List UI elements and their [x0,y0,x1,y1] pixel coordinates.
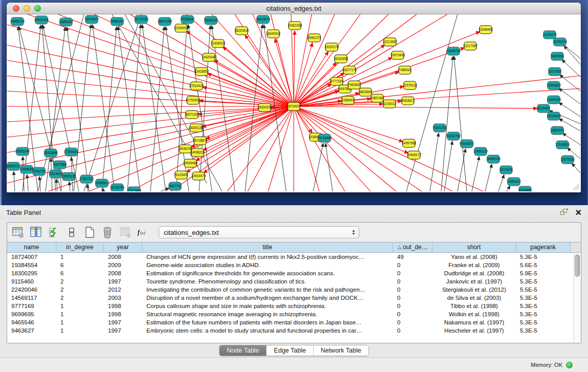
table-row[interactable]: 969969511998Structural magnetic resonanc… [7,310,581,318]
graph-node[interactable]: 12217987 [463,42,478,50]
graph-node[interactable]: 18261130 [189,124,203,132]
graph-node[interactable]: 16162658 [334,55,349,63]
column-header-pagerank[interactable]: pagerank [516,243,571,252]
function-builder-icon[interactable]: f(x) [137,226,150,239]
graph-node[interactable]: 15716485 [317,134,332,142]
graph-node[interactable]: 10654112 [507,178,521,186]
graph-node[interactable]: 10995817 [95,179,110,187]
graph-node[interactable]: 12942757 [32,167,47,176]
table-row[interactable]: 946554611997Estimation of the future num… [7,318,581,326]
table-scrollbar-thumb[interactable] [575,254,580,277]
column-header-title[interactable]: title [142,243,393,252]
graph-node[interactable]: 9397588 [54,161,67,169]
column-header-short[interactable]: short [432,243,516,252]
graph-node[interactable]: 14914479 [191,172,206,180]
graph-node[interactable]: 15751074 [553,38,568,46]
float-panel-icon[interactable] [560,209,568,216]
new-column-icon[interactable] [83,226,96,239]
graph-node[interactable]: 20553146 [15,147,30,156]
graph-node[interactable]: 9245652 [519,186,532,191]
table-row[interactable]: 946362711997Embryonic stem cells: a mode… [7,326,581,335]
graph-node[interactable]: 16099489 [183,159,198,167]
table-row[interactable]: 1456911722003Disruption of a novel membe… [7,294,581,302]
graph-node[interactable]: 27514410 [189,82,204,90]
graph-node[interactable]: 11675330 [560,156,575,164]
row-mode-icon[interactable] [65,226,78,239]
column-header-indegree[interactable]: in_degree [56,243,104,252]
select-columns-icon[interactable] [47,226,60,239]
graph-node[interactable]: 8215953 [537,104,550,113]
graph-node[interactable]: 11568690 [19,165,34,173]
graph-node[interactable]: 15377170 [342,66,357,74]
graph-node[interactable]: 12975115 [403,81,417,90]
graph-node[interactable]: 9471676 [500,166,513,174]
show-column-icon[interactable] [29,226,42,239]
graph-node[interactable]: 20691406 [34,16,49,24]
graph-node[interactable]: 13892971 [550,126,565,135]
graph-node[interactable]: 2336441 [342,96,355,104]
graph-node[interactable]: 13505135 [61,172,76,181]
graph-node[interactable]: 18350510 [7,162,20,170]
graph-node[interactable]: 13220178 [324,43,339,51]
tab-node-table[interactable]: Node Table [220,345,267,356]
graph-node[interactable]: 17016504 [555,141,570,149]
network-window-titlebar[interactable]: citations_edges.txt [7,3,581,14]
table-selector-dropdown[interactable]: citations_edges.txt [159,226,359,238]
network-canvas-svg[interactable]: 1872400722408318144200401341855727514410… [7,14,581,191]
graph-node[interactable]: 6216012 [383,100,396,108]
graph-node[interactable]: 12093822 [547,81,561,90]
graph-node[interactable]: 10653287 [59,18,74,26]
graph-node[interactable]: 15276007 [84,15,99,24]
tab-network-table[interactable]: Network Table [314,345,368,356]
graph-node[interactable]: 13418557 [194,68,209,76]
table-scrollbar[interactable] [573,253,581,343]
graph-node[interactable]: 16961271 [307,34,322,42]
column-header-name[interactable]: name [7,243,56,252]
graph-node[interactable]: 7485063 [399,66,411,74]
table-row[interactable]: 1938455462009Genome-wide association stu… [7,261,581,269]
graph-node[interactable]: 10996177 [407,151,422,159]
column-header-outde[interactable]: △out_de… [393,243,432,252]
graph-node[interactable]: 20203846 [43,149,58,157]
graph-node[interactable]: 12254938 [174,24,189,32]
graph-node[interactable]: 7462600 [348,81,361,89]
graph-node[interactable]: 9463627 [402,97,415,105]
graph-node[interactable]: 12923446 [127,187,142,191]
graph-node[interactable]: 36071300 [185,111,200,119]
close-panel-icon[interactable]: ✕ [575,209,582,216]
graph-node[interactable]: 12450120 [473,147,488,156]
graph-node[interactable]: 24055724 [10,17,25,26]
graph-node[interactable]: 12213967 [383,38,398,46]
network-view-window[interactable]: citations_edges.txt 18724007224083181442… [7,3,581,192]
graph-node[interactable]: 18413074 [256,15,271,24]
delete-table-icon[interactable] [119,226,132,239]
graph-node[interactable]: 16640910 [266,30,281,38]
graph-node[interactable]: 14957968 [402,139,417,147]
graph-node[interactable]: 9329966 [551,52,564,60]
graph-node[interactable]: 14938220 [190,148,205,157]
graph-node[interactable]: 79155240 [180,15,195,24]
graph-node[interactable]: 18724007 [287,102,301,111]
graph-node[interactable]: 42751520 [186,96,201,104]
graph-node[interactable]: 19361068 [288,21,302,30]
graph-node[interactable]: 22408318 [211,39,226,48]
column-header-year[interactable]: year [104,243,142,252]
table-row[interactable]: 2242004622012Investigating the contribut… [7,286,581,294]
graph-node[interactable]: 90164370 [460,140,474,148]
graph-node[interactable]: 93182760 [446,132,461,140]
tab-edge-table[interactable]: Edge Table [267,345,313,356]
graph-node[interactable]: 17957222 [79,175,94,183]
resize-grip-icon[interactable] [573,183,580,190]
graph-node[interactable]: 10973493 [390,51,405,59]
graph-node[interactable]: 16648784 [446,47,461,55]
graph-node[interactable]: 16210643 [547,112,561,120]
graph-node[interactable]: 99718870 [193,137,208,145]
table-row[interactable]: 977716911998Corpus callosum shape and si… [7,302,581,310]
graph-node[interactable]: 10807487 [370,94,385,102]
graph-node[interactable]: 9657791 [169,182,182,190]
table-settings-icon[interactable] [11,226,25,239]
graph-node[interactable]: 18220618 [234,27,249,35]
graph-node[interactable]: 11120474 [542,31,557,39]
graph-node[interactable]: 16671365 [158,17,172,26]
graph-node[interactable]: 76125402 [174,171,189,179]
